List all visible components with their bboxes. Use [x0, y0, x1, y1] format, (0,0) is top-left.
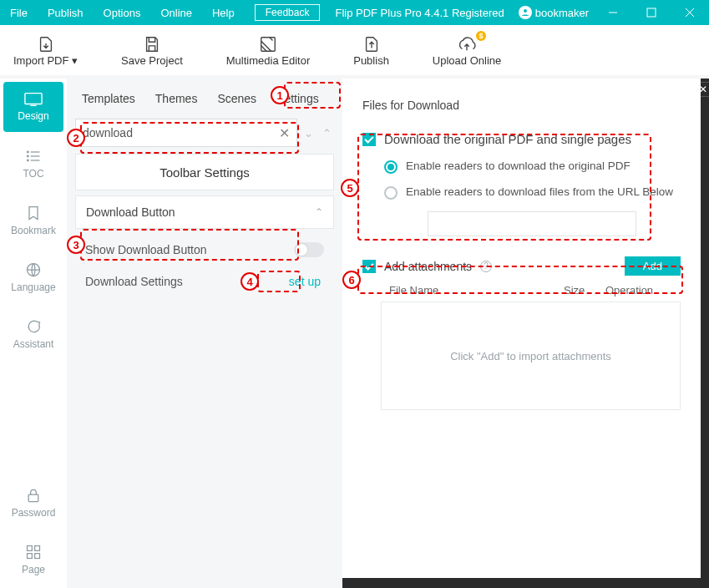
expand-all-icon[interactable]: ⌃ [319, 127, 334, 139]
import-icon [37, 34, 55, 54]
user-avatar-icon [519, 6, 532, 19]
svg-point-13 [28, 160, 29, 161]
svg-rect-5 [261, 37, 276, 51]
radio-download-url[interactable]: Enable readers to download files from th… [384, 185, 681, 200]
sidebar-item-page[interactable]: Page [3, 535, 63, 585]
menu-publish[interactable]: Publish [38, 0, 94, 25]
save-icon [143, 34, 161, 54]
radio-download-pdf[interactable]: Enable readers to download the original … [384, 160, 681, 174]
globe-icon [25, 261, 42, 278]
search-clear-icon[interactable]: ✕ [279, 125, 290, 141]
checkbox-icon [362, 133, 376, 146]
svg-point-11 [28, 151, 29, 153]
settings-tabs: Templates Themes Scenes Settings [67, 79, 342, 119]
settings-panel: Templates Themes Scenes Settings ✕ ⌄ ⌃ T… [67, 79, 342, 588]
lock-icon [25, 487, 42, 504]
show-download-toggle[interactable] [294, 242, 324, 257]
tab-templates[interactable]: Templates [82, 92, 135, 105]
grid-icon [25, 544, 42, 560]
feedback-button[interactable]: Feedback [255, 4, 321, 21]
window-close[interactable] [671, 0, 709, 25]
save-project-button[interactable]: Save Project [116, 31, 188, 70]
svg-rect-19 [35, 554, 40, 559]
svg-point-12 [28, 155, 29, 157]
sidebar-item-design[interactable]: Design [3, 82, 63, 132]
section-toolbar-settings: Toolbar Settings [75, 154, 334, 190]
import-pdf-button[interactable]: Import PDF ▾ [8, 31, 83, 70]
publish-button[interactable]: Publish [348, 31, 394, 70]
menu-file[interactable]: File [0, 0, 38, 25]
svg-rect-18 [28, 554, 33, 559]
radio-off-icon [384, 186, 398, 200]
multimedia-icon [259, 34, 277, 54]
menu-options[interactable]: Options [94, 0, 151, 25]
multimedia-editor-button[interactable]: Multimedia Editor [221, 31, 315, 70]
publish-icon [362, 34, 381, 54]
username: bookmaker [535, 7, 589, 19]
tab-settings[interactable]: Settings [276, 92, 319, 105]
left-sidebar: Design TOC Bookmark Language Assistant P… [0, 79, 67, 588]
main-area: Design TOC Bookmark Language Assistant P… [0, 79, 709, 588]
title-bar: File Publish Options Online Help Feedbac… [0, 0, 709, 25]
bookmark-icon [25, 205, 42, 221]
svg-rect-15 [28, 494, 38, 501]
right-stage: ✕ Files for Download Download the origin… [342, 79, 709, 588]
attachments-table-header: File Name Size Operation [381, 276, 681, 302]
app-title: Flip PDF Plus Pro 4.4.1 Registered [335, 7, 504, 19]
user-account[interactable]: bookmaker [514, 6, 594, 19]
download-config-panel: Files for Download Download the original… [342, 79, 701, 578]
main-toolbar: Import PDF ▾ Save Project Multimedia Edi… [0, 25, 709, 79]
svg-rect-2 [647, 8, 656, 17]
upload-icon: $ [456, 34, 478, 54]
download-pdf-checkbox-row[interactable]: Download the original PDF and single pag… [362, 132, 681, 146]
sidebar-item-assistant[interactable]: Assistant [3, 309, 63, 359]
sidebar-item-toc[interactable]: TOC [3, 139, 63, 189]
list-icon [25, 148, 42, 165]
attachments-table-body: Click "Add" to import attachments [381, 302, 681, 410]
tab-scenes[interactable]: Scenes [217, 92, 256, 105]
setup-button[interactable]: set up [286, 273, 324, 290]
svg-rect-6 [25, 94, 42, 104]
monitor-icon [24, 92, 43, 107]
row-show-download-button: Show Download Button [67, 234, 342, 266]
add-attachment-button[interactable]: Add [625, 256, 681, 276]
chat-icon [25, 318, 42, 335]
checkbox-icon [362, 260, 376, 273]
upload-badge: $ [476, 31, 486, 41]
sidebar-item-bookmark[interactable]: Bookmark [3, 195, 63, 246]
menu-online[interactable]: Online [150, 0, 202, 25]
window-minimize[interactable] [594, 0, 632, 25]
upload-online-button[interactable]: $ Upload Online [428, 31, 506, 70]
svg-point-0 [524, 9, 527, 13]
radio-on-icon [384, 160, 398, 174]
tab-themes[interactable]: Themes [155, 92, 198, 105]
sidebar-item-language[interactable]: Language [3, 252, 63, 302]
window-maximize[interactable] [632, 0, 671, 25]
chevron-up-icon: ⌃ [315, 206, 323, 218]
svg-rect-16 [28, 546, 33, 551]
settings-search[interactable]: ✕ [75, 119, 297, 147]
accordion-download-button[interactable]: Download Button ⌃ [75, 195, 334, 229]
panel-title: Files for Download [362, 99, 681, 112]
svg-rect-17 [35, 546, 40, 551]
add-attachments-label[interactable]: Add attachments [384, 260, 472, 273]
collapse-all-icon[interactable]: ⌄ [301, 127, 316, 139]
sidebar-item-password[interactable]: Password [3, 478, 63, 528]
menu-help[interactable]: Help [202, 0, 245, 25]
row-download-settings: Download Settings set up [67, 266, 342, 297]
settings-search-input[interactable] [83, 126, 279, 139]
download-url-input[interactable] [428, 211, 636, 236]
help-icon[interactable]: ? [480, 261, 492, 272]
